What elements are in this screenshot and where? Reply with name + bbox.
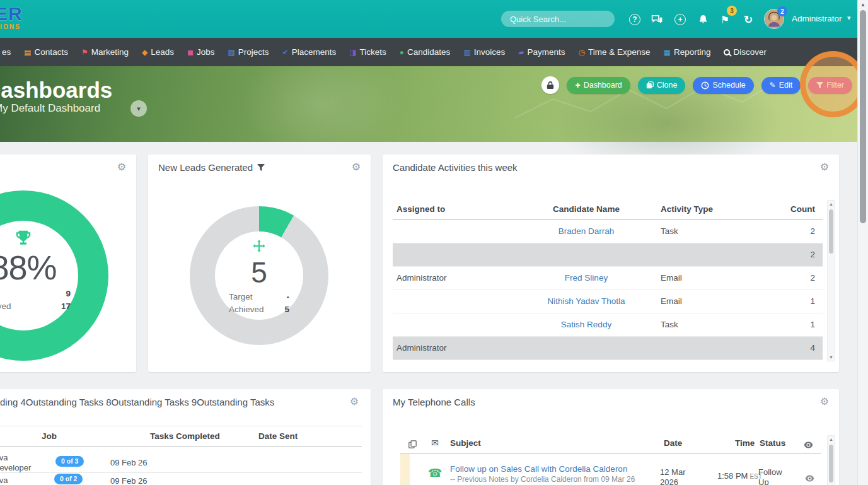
nav-item-leads[interactable]: ◆ Leads: [142, 47, 174, 57]
nav-item-tickets[interactable]: ◨ Tickets: [349, 47, 386, 57]
nav-item-payments[interactable]: ▰ Payments: [518, 47, 565, 57]
nav-item-invoices[interactable]: ▥ Invoices: [463, 47, 505, 57]
move-icon: [215, 239, 303, 257]
clone-button[interactable]: Clone: [638, 77, 686, 94]
call-subject-link[interactable]: Follow up on Sales Call with Cordelia Ca…: [450, 464, 627, 474]
legend-value: 9: [66, 288, 71, 300]
search-icon: [724, 49, 730, 56]
scroll-down-icon[interactable]: ▼: [828, 355, 835, 359]
table-border: [400, 453, 821, 454]
nav-item-label: Discover: [733, 47, 767, 57]
table-row: Nithish Yadav Thotla Email 1: [393, 289, 823, 313]
date-sent-cell: 09 Feb 26: [110, 476, 148, 485]
user-caret-icon[interactable]: ▾: [847, 14, 851, 22]
marketing-icon: ⚑: [81, 49, 88, 56]
telephone-calls-card: My Telephone Calls ⚙ ✉ Subject Date Time…: [383, 389, 839, 485]
edit-button[interactable]: ✎ Edit: [761, 77, 801, 94]
lock-button[interactable]: [541, 76, 559, 94]
column-header: Date: [664, 438, 682, 448]
gear-icon[interactable]: ⚙: [352, 161, 361, 173]
table-header-row: Assigned to Candidate Name Activity Type…: [393, 199, 823, 219]
subtotal-row: 2: [393, 243, 823, 266]
legend-value: 5: [284, 303, 289, 316]
invoices-icon: ▥: [463, 49, 470, 56]
quick-search-input[interactable]: [501, 11, 615, 27]
column-header: Candidate Name: [517, 199, 656, 219]
nav-item-time-expense[interactable]: ◷ Time & Expense: [579, 47, 651, 57]
table-scrollbar[interactable]: ▲: [827, 435, 835, 485]
activity-type-cell: Email: [656, 266, 751, 289]
nav-item-jobs[interactable]: ◼ Jobs: [187, 47, 215, 57]
gear-icon[interactable]: ⚙: [820, 395, 829, 407]
nav-item-label: Tickets: [360, 47, 386, 57]
gear-icon[interactable]: ⚙: [350, 395, 359, 407]
candidate-link[interactable]: Fred Sliney: [565, 273, 608, 283]
candidates-icon: ●: [400, 49, 404, 56]
job-cell: Developer: [0, 463, 31, 472]
highlight-annotation: [800, 51, 866, 117]
column-header: Subject: [450, 438, 481, 448]
nav-item-companies[interactable]: es: [2, 47, 11, 57]
nav-item-marketing[interactable]: ⚑ Marketing: [81, 47, 129, 57]
add-dashboard-button[interactable]: + Dashboard: [567, 77, 630, 94]
scrollbar-thumb[interactable]: [829, 209, 833, 254]
nav-item-candidates[interactable]: ● Candidates: [400, 47, 451, 57]
scrollbar-thumb[interactable]: [860, 10, 866, 223]
help-icon[interactable]: ?: [628, 13, 641, 26]
page-scrollbar[interactable]: ▲: [857, 0, 868, 485]
dashboard-select-button[interactable]: ▾: [130, 100, 147, 117]
gear-icon[interactable]: ⚙: [820, 161, 829, 173]
nav-item-projects[interactable]: ▧ Projects: [228, 47, 269, 57]
nav-item-contacts[interactable]: ▤ Contacts: [24, 47, 68, 57]
bell-icon[interactable]: [697, 13, 709, 26]
scroll-up-icon[interactable]: ▲: [858, 2, 868, 8]
assigned-cell: [393, 243, 517, 266]
reporting-icon: ▦: [664, 49, 671, 56]
gear-icon[interactable]: ⚙: [117, 161, 126, 173]
nav-item-placements[interactable]: ✔ Placements: [282, 47, 337, 57]
button-label: Edit: [779, 81, 793, 90]
envelope-icon: ✉: [431, 438, 439, 448]
schedule-button[interactable]: Schedule: [693, 77, 753, 94]
activity-type-cell: [656, 243, 751, 266]
row-divider: [0, 472, 362, 473]
history-icon[interactable]: ↻: [742, 13, 755, 26]
scroll-up-icon[interactable]: ▲: [828, 437, 835, 441]
nav-item-label: Invoices: [474, 47, 506, 57]
page: ER TIONS ? + ⚑ 3 ↻ 2 Administrator: [0, 0, 868, 485]
nav-item-reporting[interactable]: ▦ Reporting: [664, 47, 711, 57]
candidate-cell: [517, 243, 656, 266]
eye-icon[interactable]: [805, 473, 814, 484]
chat-icon[interactable]: [651, 13, 663, 26]
nav-item-label: Marketing: [91, 47, 129, 57]
count-cell: 1: [751, 289, 823, 313]
candidate-activities-card: Candidate Activities this week ⚙ Assigne…: [383, 155, 839, 372]
column-header: Activity Type: [656, 199, 751, 219]
dashboard-header: Dashboards My Default Dashboard ▾ + Dash…: [0, 66, 868, 142]
candidate-link[interactable]: Nithish Yadav Thotla: [547, 296, 625, 306]
legend-label: Achieved: [229, 303, 264, 316]
nav-item-label: Projects: [238, 47, 269, 57]
table-scrollbar[interactable]: ▲ ▼: [827, 200, 835, 361]
new-leads-donut-chart: 5 Target - Achieved 5: [190, 206, 328, 345]
candidate-link[interactable]: Braden Darrah: [558, 226, 615, 236]
legend-label: Target: [229, 291, 253, 303]
table-row: Braden Darrah Task 2: [393, 219, 823, 243]
app-logo[interactable]: ER TIONS: [0, 4, 23, 30]
activity-type-cell: Email: [656, 289, 751, 313]
phone-icon: ☎: [428, 466, 442, 480]
card-title-text: ding 4Outstanding Tasks 8Outstanding Tas…: [0, 397, 274, 407]
tickets-icon: ◨: [349, 49, 356, 56]
count-cell: 2: [751, 266, 823, 289]
add-icon[interactable]: +: [674, 13, 686, 26]
card-title: New Leads Generated: [158, 162, 253, 173]
flag-badge: 3: [727, 6, 737, 16]
help-glyph: ?: [629, 14, 640, 25]
candidate-link[interactable]: Satish Reddy: [561, 320, 611, 329]
nav-item-discover[interactable]: Discover: [724, 47, 767, 57]
funnel-icon[interactable]: [257, 164, 265, 172]
scrollbar-thumb[interactable]: [829, 445, 833, 482]
tasks-completed-badge: 0 of 3: [55, 456, 84, 467]
scroll-up-icon[interactable]: ▲: [828, 202, 835, 206]
user-menu[interactable]: Administrator: [792, 14, 842, 23]
